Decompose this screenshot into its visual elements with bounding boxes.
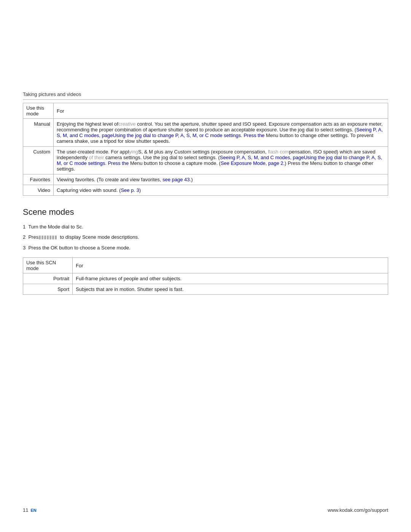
scene-step-3: 3 Press the OK button to choose a Scene … — [23, 243, 388, 252]
main-table-header-mode: Use this mode — [23, 103, 54, 119]
link-using-jog[interactable]: Using the jog dial to change P, A, S, M,… — [113, 133, 241, 138]
link-seeing-modes-2[interactable]: Seeing P, A, S, M, and C modes, page — [220, 155, 304, 160]
section-title: Taking pictures and videos — [23, 91, 388, 97]
page-number: 11 — [23, 507, 28, 513]
mode-cell-custom: Custom — [23, 147, 54, 174]
scene-step-1: 1 Turn the Mode dial to Sc. — [23, 222, 388, 231]
table-row: Video Capturing video with sound. (See p… — [23, 185, 388, 196]
scene-step-2: 2 Pres▮▮▮▮▮▮▮ to display Scene mode desc… — [23, 233, 388, 241]
scn-table-header-for: For — [73, 258, 388, 273]
table-row: Favorites Viewing favorites. (To create … — [23, 174, 388, 185]
table-row: Custom The user-created mode. For applyi… — [23, 147, 388, 174]
scn-mode-cell-sport: Sport — [23, 284, 73, 295]
footer: 11 EN www.kodak.com/go/support — [23, 507, 388, 513]
section-title-text: Taking pictures and videos — [23, 91, 81, 97]
mode-cell-manual: Manual — [23, 119, 54, 147]
desc-cell-video: Capturing video with sound. (See p. 3) — [54, 185, 388, 196]
footer-left: 11 EN — [23, 507, 37, 513]
link-press-menu-2[interactable]: Press the — [108, 160, 129, 166]
link-press-menu[interactable]: Press the — [244, 133, 264, 138]
page: Taking pictures and videos Use this mode… — [0, 0, 411, 532]
scene-steps: 1 Turn the Mode dial to Sc. 2 Pres▮▮▮▮▮▮… — [23, 222, 388, 252]
footer-en-label: EN — [30, 508, 36, 513]
scene-modes-heading: Scene modes — [23, 207, 388, 217]
scn-desc-cell-sport: Subjects that are in motion. Shutter spe… — [73, 284, 388, 295]
section-divider — [23, 99, 388, 100]
scn-table: Use this SCN mode For Portrait Full-fram… — [23, 257, 388, 295]
link-favorites[interactable]: see page 43. — [162, 177, 191, 182]
mode-cell-video: Video — [23, 185, 54, 196]
scn-desc-cell-portrait: Full-frame pictures of people and other … — [73, 273, 388, 284]
scene-modes-section: Scene modes 1 Turn the Mode dial to Sc. … — [23, 207, 388, 295]
footer-url: www.kodak.com/go/support — [328, 507, 388, 513]
table-row: Sport Subjects that are in motion. Shutt… — [23, 284, 388, 295]
link-exposure-mode[interactable]: See Exposure Mode, page 2. — [221, 160, 285, 166]
table-row: Manual Enjoying the highest level ofcrea… — [23, 119, 388, 147]
desc-cell-custom: The user-created mode. For applyingS, & … — [54, 147, 388, 174]
scn-table-header-mode: Use this SCN mode — [23, 258, 73, 273]
desc-cell-favorites: Viewing favorites. (To create and view f… — [54, 174, 388, 185]
desc-cell-manual: Enjoying the highest level ofcreative co… — [54, 119, 388, 147]
main-table: Use this mode For Manual Enjoying the hi… — [23, 103, 388, 196]
main-table-header-for: For — [54, 103, 388, 119]
scn-mode-cell-portrait: Portrait — [23, 273, 73, 284]
table-row: Portrait Full-frame pictures of people a… — [23, 273, 388, 284]
mode-cell-favorites: Favorites — [23, 174, 54, 185]
link-video[interactable]: See p. 3 — [121, 187, 139, 193]
